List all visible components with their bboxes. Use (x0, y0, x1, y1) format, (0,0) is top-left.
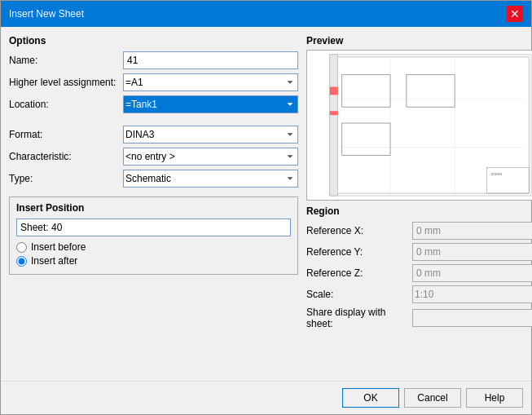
sheet-input[interactable] (16, 219, 291, 236)
dialog-footer: OK Cancel Help (1, 381, 531, 414)
insert-before-label: Insert before (31, 241, 86, 253)
left-panel: Options Name: Higher level assignment: =… (9, 35, 298, 373)
ref-z-input[interactable] (413, 266, 532, 280)
characteristic-row: Characteristic: <no entry > (9, 148, 298, 166)
options-section-label: Options (9, 35, 298, 46)
help-button[interactable]: Help (466, 388, 523, 408)
preview-box: ZUKEN (306, 50, 532, 201)
ref-x-input[interactable] (413, 223, 532, 238)
ok-button[interactable]: OK (342, 388, 399, 408)
ref-x-label: Reference X: (306, 225, 412, 236)
ref-y-row: Reference Y: ▲ ▼ (306, 243, 532, 261)
insert-new-sheet-dialog: Insert New Sheet ✕ Options Name: Higher … (0, 0, 532, 415)
ref-x-input-group: ▲ ▼ (412, 222, 532, 240)
characteristic-select[interactable]: <no entry > (123, 148, 298, 166)
svg-rect-8 (330, 55, 338, 196)
insert-after-label: Insert after (31, 255, 77, 267)
scale-row: Scale: 1:10 ▼ (306, 285, 532, 303)
svg-rect-10 (330, 87, 338, 95)
insert-before-radio[interactable] (16, 242, 27, 253)
share-label: Share display with sheet: (306, 307, 412, 329)
location-select[interactable]: =Tank1 (123, 95, 298, 113)
insert-position-group: Insert Position Insert before Insert aft… (9, 196, 298, 275)
scale-select-group: 1:10 ▼ (412, 285, 532, 303)
right-panel: Preview ZUKEN (306, 35, 532, 373)
cancel-button[interactable]: Cancel (404, 388, 461, 408)
type-select[interactable]: Schematic (123, 170, 298, 188)
preview-label: Preview (306, 35, 532, 46)
title-bar: Insert New Sheet ✕ (1, 1, 531, 27)
close-button[interactable]: ✕ (507, 6, 523, 22)
region-label: Region (306, 205, 532, 217)
share-row: Share display with sheet: ▼ (306, 307, 532, 329)
higher-level-row: Higher level assignment: =A1 (9, 73, 298, 91)
insert-after-row: Insert after (16, 255, 291, 267)
dialog-body: Options Name: Higher level assignment: =… (1, 27, 531, 381)
higher-level-label: Higher level assignment: (9, 77, 123, 88)
insert-after-radio[interactable] (16, 256, 27, 267)
ref-y-label: Reference Y: (306, 246, 412, 258)
type-label: Type: (9, 173, 123, 184)
format-select[interactable]: DINA3 (123, 126, 298, 143)
location-label: Location: (9, 99, 123, 110)
characteristic-label: Characteristic: (9, 151, 123, 162)
insert-position-label: Insert Position (16, 202, 291, 214)
location-row: Location: =Tank1 (9, 95, 298, 113)
scale-label: Scale: (306, 289, 412, 300)
format-row: Format: DINA3 (9, 126, 298, 143)
ref-y-input[interactable] (413, 245, 532, 259)
ref-z-label: Reference Z: (306, 267, 412, 279)
higher-level-select[interactable]: =A1 (123, 73, 298, 91)
name-input[interactable] (123, 51, 298, 69)
share-select[interactable] (413, 311, 532, 325)
ref-x-row: Reference X: ▲ ▼ (306, 222, 532, 240)
name-label: Name: (9, 55, 123, 66)
format-label: Format: (9, 129, 123, 140)
type-row: Type: Schematic (9, 170, 298, 188)
ref-z-input-group: ▲ ▼ (412, 264, 532, 282)
scale-select[interactable]: 1:10 (413, 287, 532, 302)
dialog-title: Insert New Sheet (9, 8, 84, 20)
svg-rect-11 (330, 111, 338, 115)
share-select-group: ▼ (412, 309, 532, 327)
svg-text:ZUKEN: ZUKEN (491, 172, 503, 176)
ref-z-row: Reference Z: ▲ ▼ (306, 264, 532, 282)
name-row: Name: (9, 51, 298, 69)
insert-before-row: Insert before (16, 241, 291, 253)
ref-y-input-group: ▲ ▼ (412, 243, 532, 261)
